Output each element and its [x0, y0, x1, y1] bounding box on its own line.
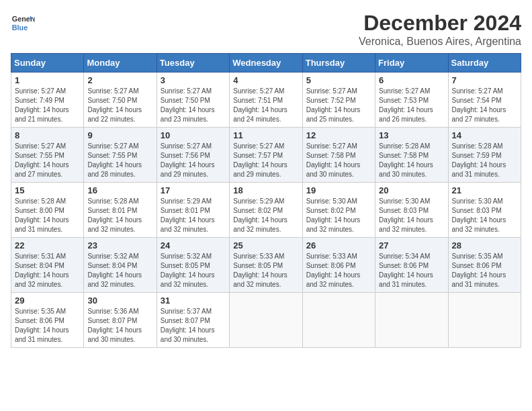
day-info: Sunrise: 5:27 AM Sunset: 7:55 PM Dayligh…: [15, 142, 80, 179]
day-number: 18: [233, 185, 298, 195]
day-number: 4: [233, 75, 298, 85]
calendar-cell: 2 Sunrise: 5:27 AM Sunset: 7:50 PM Dayli…: [84, 73, 157, 128]
day-number: 13: [379, 130, 444, 140]
calendar-cell: 16 Sunrise: 5:28 AM Sunset: 8:01 PM Dayl…: [84, 183, 157, 238]
day-info: Sunrise: 5:27 AM Sunset: 7:56 PM Dayligh…: [161, 142, 226, 179]
day-info: Sunrise: 5:28 AM Sunset: 8:00 PM Dayligh…: [15, 197, 80, 234]
calendar-cell: 20 Sunrise: 5:30 AM Sunset: 8:03 PM Dayl…: [375, 183, 448, 238]
day-info: Sunrise: 5:27 AM Sunset: 7:51 PM Dayligh…: [233, 87, 298, 124]
svg-text:Blue: Blue: [12, 24, 28, 32]
calendar-cell: 19 Sunrise: 5:30 AM Sunset: 8:02 PM Dayl…: [302, 183, 375, 238]
calendar-cell: 15 Sunrise: 5:28 AM Sunset: 8:00 PM Dayl…: [11, 183, 84, 238]
day-info: Sunrise: 5:28 AM Sunset: 7:59 PM Dayligh…: [452, 142, 517, 179]
day-number: 8: [15, 130, 80, 140]
calendar-cell: 11 Sunrise: 5:27 AM Sunset: 7:57 PM Dayl…: [230, 128, 302, 183]
day-number: 21: [452, 185, 517, 195]
day-info: Sunrise: 5:28 AM Sunset: 7:58 PM Dayligh…: [379, 142, 444, 179]
calendar-week-row: 1 Sunrise: 5:27 AM Sunset: 7:49 PM Dayli…: [11, 73, 521, 128]
day-info: Sunrise: 5:32 AM Sunset: 8:05 PM Dayligh…: [161, 252, 226, 289]
calendar-week-row: 29 Sunrise: 5:35 AM Sunset: 8:06 PM Dayl…: [11, 293, 521, 348]
calendar-cell: 25 Sunrise: 5:33 AM Sunset: 8:05 PM Dayl…: [230, 238, 302, 293]
day-number: 23: [87, 240, 152, 250]
day-info: Sunrise: 5:35 AM Sunset: 8:06 PM Dayligh…: [15, 307, 80, 345]
day-info: Sunrise: 5:34 AM Sunset: 8:06 PM Dayligh…: [379, 252, 444, 289]
calendar-cell: 26 Sunrise: 5:33 AM Sunset: 8:06 PM Dayl…: [302, 238, 375, 293]
day-number: 19: [306, 185, 371, 195]
calendar-cell: 8 Sunrise: 5:27 AM Sunset: 7:55 PM Dayli…: [11, 128, 84, 183]
day-number: 17: [161, 185, 226, 195]
header-wednesday: Wednesday: [230, 54, 302, 73]
day-number: 22: [15, 240, 80, 250]
day-info: Sunrise: 5:27 AM Sunset: 7:58 PM Dayligh…: [306, 142, 371, 179]
day-info: Sunrise: 5:37 AM Sunset: 8:07 PM Dayligh…: [161, 307, 226, 345]
day-info: Sunrise: 5:27 AM Sunset: 7:50 PM Dayligh…: [161, 87, 226, 124]
calendar-cell: 6 Sunrise: 5:27 AM Sunset: 7:53 PM Dayli…: [375, 73, 448, 128]
day-number: 26: [306, 240, 371, 250]
day-number: 16: [87, 185, 152, 195]
day-info: Sunrise: 5:36 AM Sunset: 8:07 PM Dayligh…: [87, 307, 152, 345]
day-number: 2: [87, 75, 152, 85]
day-number: 12: [306, 130, 371, 140]
calendar-cell: [302, 293, 375, 348]
day-info: Sunrise: 5:30 AM Sunset: 8:02 PM Dayligh…: [306, 197, 371, 234]
day-number: 11: [233, 130, 298, 140]
title-area: December 2024 Veronica, Buenos Aires, Ar…: [359, 11, 521, 48]
day-info: Sunrise: 5:31 AM Sunset: 8:04 PM Dayligh…: [15, 252, 80, 289]
day-number: 30: [87, 295, 152, 306]
day-number: 10: [161, 130, 226, 140]
day-info: Sunrise: 5:27 AM Sunset: 7:53 PM Dayligh…: [379, 87, 444, 124]
calendar-cell: 22 Sunrise: 5:31 AM Sunset: 8:04 PM Dayl…: [11, 238, 84, 293]
day-number: 24: [161, 240, 226, 250]
calendar-cell: 4 Sunrise: 5:27 AM Sunset: 7:51 PM Dayli…: [230, 73, 302, 128]
day-info: Sunrise: 5:27 AM Sunset: 7:52 PM Dayligh…: [306, 87, 371, 124]
day-info: Sunrise: 5:28 AM Sunset: 8:01 PM Dayligh…: [87, 197, 152, 234]
calendar-week-row: 8 Sunrise: 5:27 AM Sunset: 7:55 PM Dayli…: [11, 128, 521, 183]
calendar-cell: 9 Sunrise: 5:27 AM Sunset: 7:55 PM Dayli…: [84, 128, 157, 183]
calendar-cell: 31 Sunrise: 5:37 AM Sunset: 8:07 PM Dayl…: [157, 293, 229, 348]
header-friday: Friday: [375, 54, 448, 73]
calendar-cell: [375, 293, 448, 348]
calendar-cell: 5 Sunrise: 5:27 AM Sunset: 7:52 PM Dayli…: [302, 73, 375, 128]
calendar-cell: 17 Sunrise: 5:29 AM Sunset: 8:01 PM Dayl…: [157, 183, 229, 238]
day-info: Sunrise: 5:29 AM Sunset: 8:02 PM Dayligh…: [233, 197, 298, 234]
day-number: 14: [452, 130, 517, 140]
calendar-cell: 24 Sunrise: 5:32 AM Sunset: 8:05 PM Dayl…: [157, 238, 229, 293]
day-info: Sunrise: 5:33 AM Sunset: 8:06 PM Dayligh…: [306, 252, 371, 289]
calendar-cell: 3 Sunrise: 5:27 AM Sunset: 7:50 PM Dayli…: [157, 73, 229, 128]
calendar-cell: 29 Sunrise: 5:35 AM Sunset: 8:06 PM Dayl…: [11, 293, 84, 348]
page-header: General Blue December 2024 Veronica, Bue…: [11, 11, 521, 48]
calendar-cell: 21 Sunrise: 5:30 AM Sunset: 8:03 PM Dayl…: [448, 183, 521, 238]
day-number: 29: [15, 295, 80, 306]
day-info: Sunrise: 5:30 AM Sunset: 8:03 PM Dayligh…: [379, 197, 444, 234]
calendar-cell: [230, 293, 302, 348]
day-info: Sunrise: 5:27 AM Sunset: 7:49 PM Dayligh…: [15, 87, 80, 124]
calendar-week-row: 15 Sunrise: 5:28 AM Sunset: 8:00 PM Dayl…: [11, 183, 521, 238]
day-number: 25: [233, 240, 298, 250]
day-number: 15: [15, 185, 80, 195]
day-info: Sunrise: 5:30 AM Sunset: 8:03 PM Dayligh…: [452, 197, 517, 234]
day-number: 3: [161, 75, 226, 85]
day-number: 1: [15, 75, 80, 85]
header-saturday: Saturday: [448, 54, 521, 73]
logo: General Blue: [11, 11, 35, 35]
day-number: 31: [161, 295, 226, 306]
day-info: Sunrise: 5:27 AM Sunset: 7:55 PM Dayligh…: [87, 142, 152, 179]
day-info: Sunrise: 5:35 AM Sunset: 8:06 PM Dayligh…: [452, 252, 517, 289]
calendar-cell: 13 Sunrise: 5:28 AM Sunset: 7:58 PM Dayl…: [375, 128, 448, 183]
header-sunday: Sunday: [11, 54, 84, 73]
day-number: 28: [452, 240, 517, 250]
header-thursday: Thursday: [302, 54, 375, 73]
calendar-cell: 23 Sunrise: 5:32 AM Sunset: 8:04 PM Dayl…: [84, 238, 157, 293]
calendar-cell: 27 Sunrise: 5:34 AM Sunset: 8:06 PM Dayl…: [375, 238, 448, 293]
calendar-cell: 18 Sunrise: 5:29 AM Sunset: 8:02 PM Dayl…: [230, 183, 302, 238]
day-info: Sunrise: 5:27 AM Sunset: 7:50 PM Dayligh…: [87, 87, 152, 124]
calendar-cell: [448, 293, 521, 348]
day-number: 9: [87, 130, 152, 140]
calendar-cell: 28 Sunrise: 5:35 AM Sunset: 8:06 PM Dayl…: [448, 238, 521, 293]
month-title: December 2024: [359, 11, 521, 36]
calendar-cell: 30 Sunrise: 5:36 AM Sunset: 8:07 PM Dayl…: [84, 293, 157, 348]
header-tuesday: Tuesday: [157, 54, 229, 73]
calendar-cell: 14 Sunrise: 5:28 AM Sunset: 7:59 PM Dayl…: [448, 128, 521, 183]
day-number: 27: [379, 240, 444, 250]
location-title: Veronica, Buenos Aires, Argentina: [359, 36, 521, 48]
